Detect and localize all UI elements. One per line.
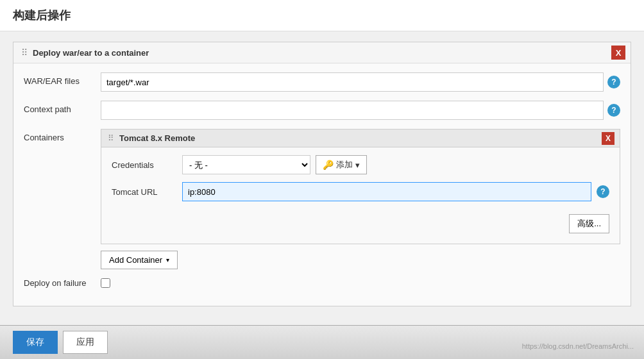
containers-label: Containers	[24, 129, 101, 142]
watermark-text: https://blog.csdn.net/DreamsArchi...	[522, 342, 634, 350]
tomcat-url-controls: ?	[182, 182, 609, 201]
add-container-caret-icon: ▾	[166, 256, 169, 263]
tomcat-container-box: ⠿ Tomcat 8.x Remote X Credentials	[101, 129, 620, 244]
credentials-label: Credentials	[112, 160, 182, 170]
tomcat-container-title: Tomcat 8.x Remote	[119, 133, 195, 143]
page-wrapper: 构建后操作 ⠿ Deploy war/ear to a container X …	[0, 0, 644, 359]
war-ear-help-icon[interactable]: ?	[607, 76, 620, 88]
context-path-help-icon[interactable]: ?	[607, 104, 620, 117]
context-path-input[interactable]	[101, 101, 604, 120]
section-close-button[interactable]: X	[611, 46, 625, 60]
containers-row: Containers ⠿ Tomcat 8.x Remote X	[24, 129, 620, 269]
credentials-select[interactable]: - 无 -	[182, 155, 310, 174]
credentials-controls: - 无 - 🔑 添加 ▾	[182, 155, 609, 174]
context-path-row: Context path ?	[24, 101, 620, 120]
war-ear-controls: ?	[101, 72, 620, 92]
add-container-label: Add Container	[109, 255, 162, 265]
tomcat-container-close-button[interactable]: X	[602, 132, 614, 145]
save-button[interactable]: 保存	[13, 331, 58, 354]
add-credentials-button[interactable]: 🔑 添加 ▾	[316, 155, 367, 174]
page-title: 构建后操作	[13, 8, 631, 23]
war-ear-input[interactable]	[101, 72, 604, 92]
section-body: WAR/EAR files ? Context path ?	[13, 63, 631, 306]
add-caret-icon: ▾	[355, 160, 360, 170]
deploy-failure-checkbox[interactable]	[101, 278, 110, 288]
tomcat-container-header: ⠿ Tomcat 8.x Remote X	[101, 129, 620, 147]
war-ear-label: WAR/EAR files	[24, 72, 101, 86]
tomcat-url-help-icon[interactable]: ?	[597, 185, 609, 198]
context-path-controls: ?	[101, 101, 620, 120]
deploy-failure-row: Deploy on failure	[24, 278, 620, 288]
context-path-label: Context path	[24, 101, 101, 114]
deploy-section: ⠿ Deploy war/ear to a container X WAR/EA…	[13, 42, 631, 306]
add-container-button[interactable]: Add Container ▾	[101, 251, 178, 269]
tomcat-url-row: Tomcat URL ?	[112, 182, 609, 201]
advanced-row: 高级...	[112, 209, 609, 236]
tomcat-url-label: Tomcat URL	[112, 187, 182, 197]
containers-content: ⠿ Tomcat 8.x Remote X Credentials	[101, 129, 620, 269]
tomcat-container-body: Credentials - 无 - 🔑 添加 ▾	[101, 147, 620, 244]
tomcat-drag-handle-icon: ⠿	[108, 133, 114, 143]
section-header: ⠿ Deploy war/ear to a container X	[13, 42, 631, 63]
tomcat-url-input[interactable]	[182, 182, 591, 201]
bottom-bar: 保存 应用 https://blog.csdn.net/DreamsArchi.…	[0, 325, 644, 359]
add-credentials-label: 添加	[336, 159, 353, 171]
section-title: Deploy war/ear to a container	[33, 48, 149, 58]
credentials-row: Credentials - 无 - 🔑 添加 ▾	[112, 155, 609, 174]
deploy-failure-label: Deploy on failure	[24, 278, 101, 288]
advanced-button[interactable]: 高级...	[569, 214, 609, 233]
drag-handle-icon: ⠿	[21, 47, 28, 58]
war-ear-row: WAR/EAR files ?	[24, 72, 620, 92]
plus-icon: 🔑	[323, 160, 334, 170]
apply-button[interactable]: 应用	[63, 331, 108, 354]
